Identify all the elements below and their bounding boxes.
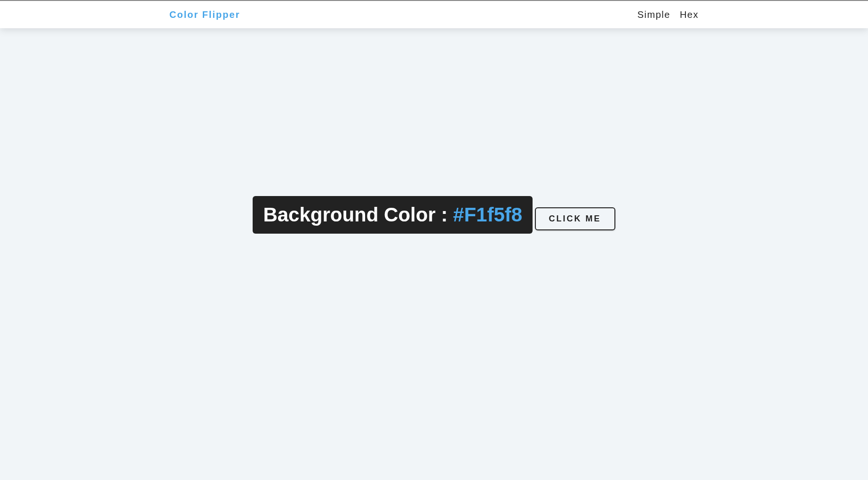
navbar: Color Flipper Simple Hex (0, 1, 868, 28)
nav-link-simple[interactable]: Simple (637, 9, 670, 20)
nav-link-hex[interactable]: Hex (680, 9, 699, 20)
color-label-prefix: Background Color : (263, 204, 453, 226)
nav-links: Simple Hex (637, 9, 699, 20)
main-content: Background Color : #F1f5f8 click me (0, 28, 868, 480)
color-heading: Background Color : #F1f5f8 (263, 204, 522, 226)
click-me-button[interactable]: click me (535, 207, 615, 230)
color-value: #F1f5f8 (453, 204, 522, 226)
color-display: Background Color : #F1f5f8 (253, 196, 533, 234)
container: Background Color : #F1f5f8 click me (253, 196, 615, 256)
nav-brand: Color Flipper (169, 9, 240, 20)
